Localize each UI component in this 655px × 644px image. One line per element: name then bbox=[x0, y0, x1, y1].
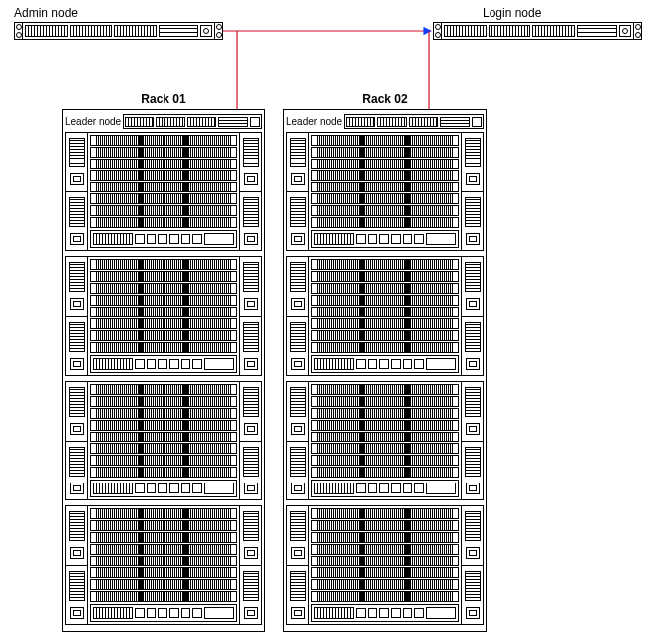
blade bbox=[90, 295, 237, 306]
blade bbox=[90, 307, 237, 318]
blade bbox=[90, 318, 237, 329]
blade-area bbox=[88, 257, 239, 375]
blade bbox=[311, 307, 459, 318]
blade bbox=[311, 432, 459, 443]
psu-right bbox=[461, 506, 483, 624]
blade bbox=[311, 508, 459, 519]
blade bbox=[311, 579, 459, 590]
blade bbox=[90, 217, 237, 228]
psu-left bbox=[66, 133, 88, 250]
blade bbox=[311, 544, 459, 555]
blade bbox=[311, 135, 459, 146]
blade bbox=[311, 384, 459, 395]
login-node-server bbox=[433, 22, 642, 40]
blade bbox=[90, 532, 237, 543]
blade bbox=[311, 556, 459, 567]
blade bbox=[311, 318, 459, 329]
blade bbox=[311, 342, 459, 353]
blade bbox=[311, 205, 459, 216]
blade bbox=[90, 384, 237, 395]
blade bbox=[90, 342, 237, 353]
blade bbox=[311, 532, 459, 543]
psu-right bbox=[239, 257, 261, 375]
blade bbox=[90, 544, 237, 555]
blade bbox=[90, 591, 237, 602]
leader-node-label: Leader node bbox=[65, 116, 121, 127]
blade-area bbox=[309, 257, 461, 375]
blade bbox=[311, 408, 459, 419]
psu-left bbox=[66, 506, 88, 624]
admin-node-server bbox=[14, 22, 223, 40]
blade bbox=[311, 420, 459, 431]
blade bbox=[90, 408, 237, 419]
blade bbox=[311, 170, 459, 181]
blade bbox=[90, 579, 237, 590]
compute-block bbox=[65, 256, 262, 376]
blade bbox=[311, 147, 459, 158]
chassis-controller bbox=[90, 230, 237, 248]
blade bbox=[311, 520, 459, 531]
rack-blocks bbox=[65, 132, 262, 627]
blade-area bbox=[88, 133, 239, 250]
blade bbox=[90, 420, 237, 431]
blade bbox=[90, 432, 237, 443]
rack-title: Rack 02 bbox=[283, 92, 487, 106]
rack-02: Rack 02 Leader node bbox=[283, 92, 487, 632]
blade bbox=[90, 508, 237, 519]
blade bbox=[311, 271, 459, 282]
blade bbox=[90, 330, 237, 341]
blade bbox=[90, 520, 237, 531]
compute-block bbox=[65, 381, 262, 500]
compute-block bbox=[286, 132, 484, 251]
blade-area bbox=[309, 133, 461, 250]
blade bbox=[90, 283, 237, 294]
rack-frame: Leader node bbox=[283, 109, 487, 632]
blade bbox=[90, 567, 237, 578]
blade bbox=[90, 170, 237, 181]
blade bbox=[311, 396, 459, 407]
leader-node-label: Leader node bbox=[286, 116, 342, 127]
blade bbox=[90, 396, 237, 407]
blade bbox=[311, 591, 459, 602]
blade bbox=[90, 193, 237, 204]
blade bbox=[311, 330, 459, 341]
blade bbox=[311, 159, 459, 169]
rack-blocks bbox=[286, 132, 484, 627]
chassis-controller bbox=[311, 480, 459, 497]
rack-frame: Leader node bbox=[62, 109, 265, 632]
psu-right bbox=[461, 382, 483, 499]
leader-row: Leader node bbox=[286, 114, 484, 129]
blade bbox=[90, 159, 237, 169]
blade bbox=[311, 182, 459, 193]
compute-block bbox=[286, 505, 484, 625]
blade bbox=[90, 271, 237, 282]
chassis-controller bbox=[90, 355, 237, 373]
blade bbox=[90, 147, 237, 158]
blade bbox=[311, 193, 459, 204]
blade-area bbox=[309, 506, 461, 624]
chassis-controller bbox=[90, 480, 237, 497]
chassis-controller bbox=[90, 604, 237, 622]
psu-left bbox=[287, 382, 309, 499]
chassis-controller bbox=[311, 355, 459, 373]
blade bbox=[90, 135, 237, 146]
blade bbox=[311, 217, 459, 228]
psu-right bbox=[461, 133, 483, 250]
psu-right bbox=[461, 257, 483, 375]
diagram-stage: Admin node Login node bbox=[0, 0, 655, 644]
leader-node-server bbox=[123, 114, 262, 129]
blade bbox=[311, 455, 459, 466]
leader-node-server bbox=[344, 114, 484, 129]
blade bbox=[311, 259, 459, 270]
blade bbox=[90, 455, 237, 466]
psu-right bbox=[239, 382, 261, 499]
blade-area bbox=[88, 382, 239, 499]
psu-left bbox=[287, 257, 309, 375]
blade bbox=[90, 467, 237, 478]
blade bbox=[90, 556, 237, 567]
psu-left bbox=[287, 506, 309, 624]
blade bbox=[311, 295, 459, 306]
compute-block bbox=[286, 381, 484, 500]
login-node-label: Login node bbox=[483, 6, 541, 20]
blade-area bbox=[88, 506, 239, 624]
